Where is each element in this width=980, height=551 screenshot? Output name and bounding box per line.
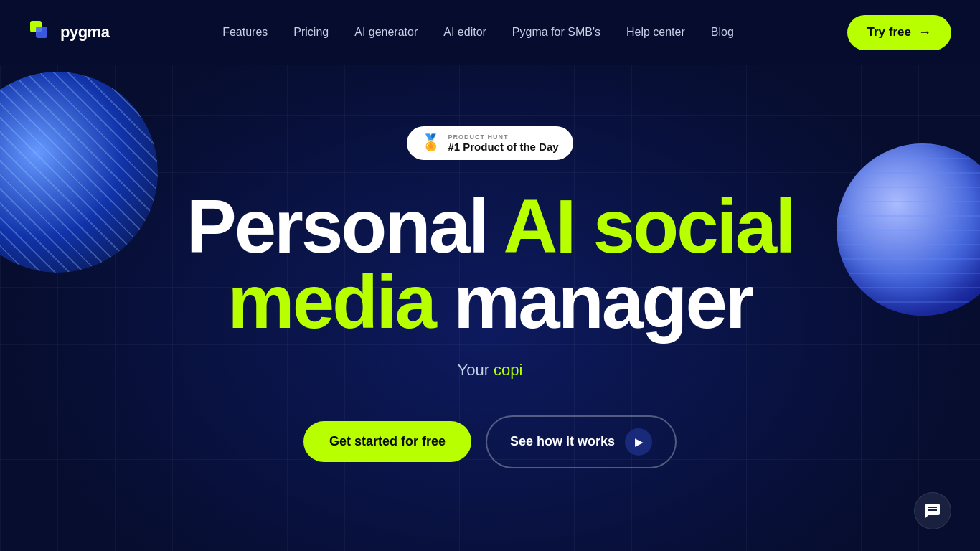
headline-ai-social: AI social	[503, 184, 793, 268]
get-started-button[interactable]: Get started for free	[303, 421, 471, 462]
nav-links: Features Pricing AI generator AI editor …	[222, 26, 734, 39]
headline-manager: manager	[453, 260, 753, 344]
nav-blog[interactable]: Blog	[711, 26, 734, 38]
brand-name: pygma	[60, 23, 109, 42]
product-hunt-badge: 🏅 PRODUCT HUNT #1 Product of the Day	[407, 126, 573, 160]
try-free-button[interactable]: Try free →	[847, 15, 951, 50]
badge-icon: 🏅	[421, 133, 440, 152]
hero-headline: Personal AI social media manager	[187, 189, 794, 339]
badge-title: #1 Product of the Day	[448, 141, 558, 153]
navbar: pygma Features Pricing AI generator AI e…	[0, 0, 980, 65]
cta-buttons: Get started for free See how it works ▶	[303, 415, 677, 468]
play-icon: ▶	[625, 428, 652, 456]
subtitle-copi: copi	[494, 361, 522, 379]
hero-subtitle: Your copi	[458, 361, 523, 380]
nav-ai-editor[interactable]: AI editor	[443, 26, 486, 38]
nav-ai-generator[interactable]: AI generator	[354, 26, 418, 38]
chat-widget[interactable]	[914, 492, 951, 529]
left-sphere-decoration	[0, 72, 158, 273]
badge-text-container: PRODUCT HUNT #1 Product of the Day	[448, 133, 558, 153]
arrow-icon: →	[918, 25, 931, 40]
nav-features[interactable]: Features	[222, 26, 268, 38]
nav-smb[interactable]: Pygma for SMB's	[512, 26, 600, 38]
hero-section: 🏅 PRODUCT HUNT #1 Product of the Day Per…	[0, 0, 980, 551]
headline-media: media	[227, 260, 453, 344]
nav-help[interactable]: Help center	[626, 26, 685, 38]
logo-icon	[29, 19, 55, 45]
logo-link[interactable]: pygma	[29, 19, 109, 45]
svg-rect-1	[36, 27, 47, 38]
nav-pricing[interactable]: Pricing	[293, 26, 329, 38]
chat-icon	[924, 502, 941, 519]
see-how-button[interactable]: See how it works ▶	[486, 415, 677, 468]
right-sphere-decoration	[837, 143, 980, 316]
hero-title: Personal AI social media manager	[187, 189, 794, 339]
badge-label: PRODUCT HUNT	[448, 133, 558, 141]
headline-personal: Personal	[187, 184, 504, 268]
